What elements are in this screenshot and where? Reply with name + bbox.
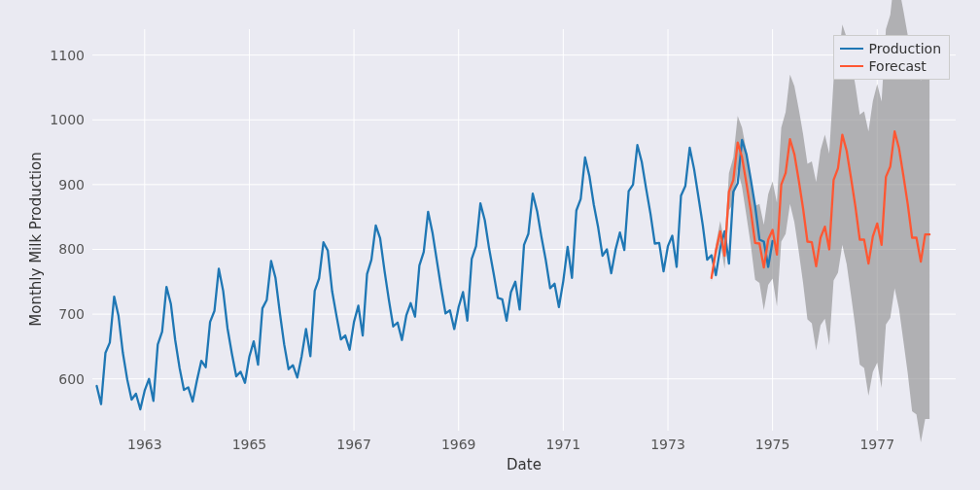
legend-entry-forecast: Forecast (840, 57, 941, 75)
x-tick-label: 1975 (755, 437, 790, 452)
x-tick-label: 1971 (546, 437, 581, 452)
x-axis-label: Date (507, 456, 542, 473)
y-tick-label: 600 (58, 371, 85, 387)
y-tick-label: 800 (58, 241, 85, 257)
y-axis-label: Monthly Milk Production (27, 152, 45, 326)
series-production (96, 140, 772, 409)
x-tick-label: 1969 (441, 437, 476, 452)
legend: Production Forecast (833, 35, 950, 80)
x-tick-label: 1973 (650, 437, 685, 452)
legend-swatch-forecast (840, 65, 863, 67)
y-tick-label: 700 (58, 306, 85, 322)
y-tick-label: 900 (58, 177, 85, 192)
x-tick-label: 1977 (859, 437, 894, 452)
x-tick-label: 1967 (336, 437, 371, 452)
x-tick-label: 1963 (127, 437, 162, 452)
plot-area (92, 29, 956, 431)
axes: Production Forecast (92, 29, 956, 431)
x-tick-label: 1965 (232, 437, 267, 452)
y-tick-label: 1100 (50, 48, 85, 63)
figure: Production Forecast Date Monthly Milk Pr… (0, 0, 980, 490)
y-tick-label: 1000 (50, 112, 85, 127)
legend-label-forecast: Forecast (869, 58, 927, 74)
legend-entry-production: Production (840, 40, 941, 57)
legend-label-production: Production (869, 41, 941, 56)
legend-swatch-production (840, 48, 863, 50)
